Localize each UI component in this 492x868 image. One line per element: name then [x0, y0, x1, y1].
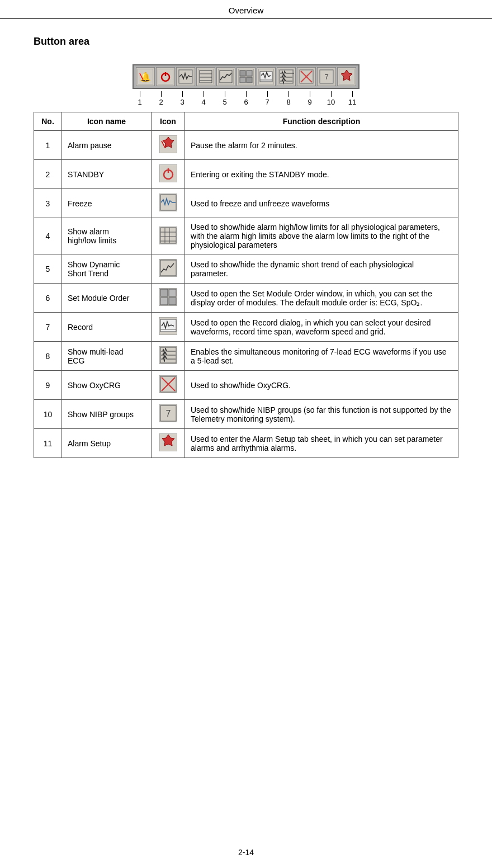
row-description: Enables the simultaneous monitoring of 7… [185, 342, 458, 371]
main-content: Button area 🔔 [0, 19, 492, 492]
num-3: 3 [172, 91, 193, 106]
row-icon-name: Record [62, 313, 152, 342]
toolbar-btn-3 [176, 67, 195, 86]
num-6: 6 [235, 91, 257, 106]
row-icon [152, 218, 185, 254]
row-icon [152, 189, 185, 218]
num-1: 1 [129, 91, 150, 106]
row-description: Used to freeze and unfreeze waveforms [185, 189, 458, 218]
toolbar-btn-5 [216, 67, 235, 86]
num-8: 8 [278, 91, 299, 106]
row-icon [152, 429, 185, 458]
toolbar-btn-4 [196, 67, 215, 86]
page-header: Overview [0, 0, 492, 19]
row-description: Pause the alarm for 2 minutes. [185, 131, 458, 160]
row-no: 11 [34, 429, 62, 458]
toolbar-btn-9 [297, 67, 316, 86]
row-no: 5 [34, 254, 62, 284]
svg-text:7: 7 [165, 409, 171, 418]
col-header-icon-name: Icon name [62, 112, 152, 131]
toolbar-btn-2 [156, 67, 175, 86]
row-icon-name: Show alarmhigh/low limits [62, 218, 152, 254]
svg-rect-23 [278, 69, 294, 84]
table-row: 7Record Used to open the Record dialog, … [34, 313, 458, 342]
svg-rect-16 [240, 70, 245, 76]
svg-rect-55 [169, 298, 176, 305]
svg-rect-42 [159, 227, 177, 244]
row-icon-name: Show DynamicShort Trend [62, 254, 152, 284]
col-header-function: Function description [185, 112, 458, 131]
row-description: Used to open the Record dialog, in which… [185, 313, 458, 342]
svg-rect-52 [160, 289, 168, 296]
svg-rect-54 [160, 298, 168, 305]
table-row: 9Show OxyCRG Used to show/hide OxyCRG. [34, 371, 458, 400]
toolbar-btn-11 [337, 67, 356, 86]
svg-rect-3 [158, 69, 173, 84]
table-row: 5Show DynamicShort Trend Used to show/hi… [34, 254, 458, 284]
page-title: Overview [229, 6, 264, 15]
row-no: 8 [34, 342, 62, 371]
row-icon [152, 131, 185, 160]
table-row: 10Show NIBP groups 7 Used to show/hide N… [34, 400, 458, 429]
table-row: 2STANDBY Entering or exiting the STANDBY… [34, 160, 458, 189]
page-footer: 2-14 [0, 848, 492, 857]
svg-rect-8 [198, 69, 214, 84]
row-icon-name: STANDBY [62, 160, 152, 189]
toolbar-btn-6 [236, 67, 256, 86]
row-description: Entering or exiting the STANDBY mode. [185, 160, 458, 189]
row-icon [152, 254, 185, 284]
table-row: 3Freeze Used to freeze and unfreeze wave… [34, 189, 458, 218]
svg-text:7: 7 [324, 73, 328, 81]
row-description: Used to show/hide NIBP groups (so far th… [185, 400, 458, 429]
toolbar-btn-7 [257, 67, 276, 86]
toolbar-numbers-row: 1 2 3 4 5 6 7 [129, 91, 363, 106]
row-icon: 7 [152, 400, 185, 429]
row-no: 2 [34, 160, 62, 189]
row-description: Used to enter the Alarm Setup tab sheet,… [185, 429, 458, 458]
svg-rect-17 [247, 70, 252, 76]
button-table: No. Icon name Icon Function description … [34, 112, 458, 458]
svg-rect-19 [247, 77, 252, 83]
table-row: 1Alarm pause Pause the alarm for 2 minut… [34, 131, 458, 160]
row-icon [152, 313, 185, 342]
num-11: 11 [342, 91, 363, 106]
toolbar-btn-10: 7 [317, 67, 336, 86]
page-number: 2-14 [238, 848, 254, 857]
row-no: 7 [34, 313, 62, 342]
row-icon-name: Alarm Setup [62, 429, 152, 458]
row-description: Used to show/hide alarm high/low limits … [185, 218, 458, 254]
num-7: 7 [257, 91, 278, 106]
row-icon [152, 371, 185, 400]
row-description: Used to show/hide OxyCRG. [185, 371, 458, 400]
num-5: 5 [214, 91, 235, 106]
col-header-icon: Icon [152, 112, 185, 131]
row-no: 6 [34, 284, 62, 313]
toolbar-btn-8 [277, 67, 296, 86]
num-2: 2 [150, 91, 172, 106]
row-icon-name: Show NIBP groups [62, 400, 152, 429]
toolbar-btn-1: 🔔 [136, 67, 155, 86]
table-row: 8Show multi-leadECG Enables the simultan… [34, 342, 458, 371]
row-no: 10 [34, 400, 62, 429]
toolbar-diagram: 🔔 [34, 64, 458, 106]
row-icon [152, 284, 185, 313]
num-9: 9 [299, 91, 320, 106]
num-10: 10 [320, 91, 342, 106]
svg-rect-53 [169, 289, 176, 296]
col-header-no: No. [34, 112, 62, 131]
row-no: 4 [34, 218, 62, 254]
row-icon [152, 342, 185, 371]
row-icon [152, 160, 185, 189]
row-icon-name: Show multi-leadECG [62, 342, 152, 371]
svg-rect-18 [240, 77, 245, 83]
table-row: 11Alarm Setup Used to enter the Alarm Se… [34, 429, 458, 458]
row-no: 3 [34, 189, 62, 218]
table-row: 6Set Module Order Used to open the Set M… [34, 284, 458, 313]
row-icon-name: Set Module Order [62, 284, 152, 313]
row-description: Used to show/hide the dynamic short tren… [185, 254, 458, 284]
row-icon-name: Alarm pause [62, 131, 152, 160]
table-row: 4Show alarmhigh/low limits Used to show/… [34, 218, 458, 254]
svg-rect-49 [159, 259, 177, 277]
row-description: Used to open the Set Module Order window… [185, 284, 458, 313]
table-header-row: No. Icon name Icon Function description [34, 112, 458, 131]
